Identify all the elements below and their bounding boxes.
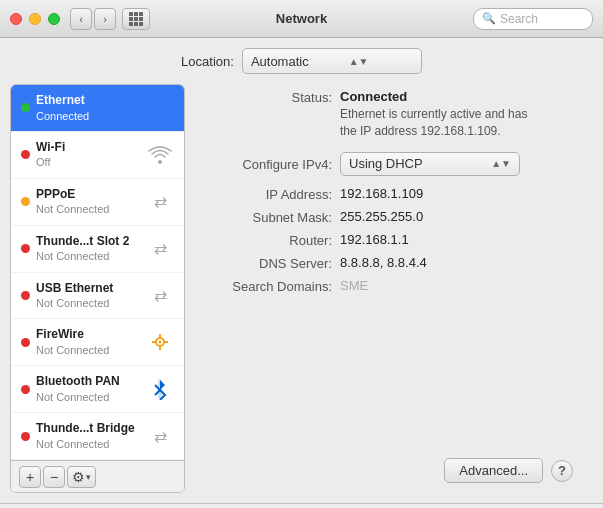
search-domains-row: Search Domains: SME xyxy=(210,278,573,294)
close-button[interactable] xyxy=(10,13,22,25)
status-dot-firewire xyxy=(21,338,30,347)
ip-address-value: 192.168.1.109 xyxy=(340,186,423,201)
location-value: Automatic xyxy=(251,54,309,69)
status-dot-thunderbolt-bridge xyxy=(21,432,30,441)
sidebar-item-thunderbolt2[interactable]: Thunde...t Slot 2 Not Connected ⇄ xyxy=(11,226,184,273)
status-value: Connected xyxy=(340,89,540,104)
configure-value: Using DHCP xyxy=(349,156,423,171)
location-label: Location: xyxy=(181,54,234,69)
net-name-bluetooth: Bluetooth PAN xyxy=(36,374,140,390)
net-text-thunderbolt2: Thunde...t Slot 2 Not Connected xyxy=(36,234,140,264)
nav-buttons: ‹ › xyxy=(70,8,116,30)
search-box[interactable]: 🔍 Search xyxy=(473,8,593,30)
dns-server-value: 8.8.8.8, 8.8.4.4 xyxy=(340,255,427,270)
status-dot-bluetooth xyxy=(21,385,30,394)
back-button[interactable]: ‹ xyxy=(70,8,92,30)
net-text-pppoe: PPPoE Not Connected xyxy=(36,187,140,217)
status-dot-pppoe xyxy=(21,197,30,206)
net-name-thunderbolt-bridge: Thunde...t Bridge xyxy=(36,421,140,437)
svg-point-0 xyxy=(158,160,162,164)
dns-server-row: DNS Server: 8.8.8.8, 8.8.4.4 xyxy=(210,255,573,271)
minimize-button[interactable] xyxy=(29,13,41,25)
arrows-icon-usb-ethernet: ⇄ xyxy=(146,282,174,310)
net-status-firewire: Not Connected xyxy=(36,343,140,357)
arrows-icon-thunderbolt2: ⇄ xyxy=(146,235,174,263)
net-name-ethernet: Ethernet xyxy=(36,93,140,109)
sidebar-item-firewire[interactable]: FireWire Not Connected xyxy=(11,319,184,366)
configure-select[interactable]: Using DHCP ▲▼ xyxy=(340,152,520,176)
maximize-button[interactable] xyxy=(48,13,60,25)
dns-server-label: DNS Server: xyxy=(210,255,340,271)
net-name-thunderbolt2: Thunde...t Slot 2 xyxy=(36,234,140,250)
arrows-icon-pppoe: ⇄ xyxy=(146,188,174,216)
status-description: Ethernet is currently active and has the… xyxy=(340,106,540,140)
status-value-block: Connected Ethernet is currently active a… xyxy=(340,89,540,140)
status-dot-wifi xyxy=(21,150,30,159)
add-network-button[interactable]: + xyxy=(19,466,41,488)
status-row: Status: Connected Ethernet is currently … xyxy=(210,84,573,140)
net-status-thunderbolt2: Not Connected xyxy=(36,249,140,263)
gear-menu-button[interactable]: ⚙ ▾ xyxy=(67,466,96,488)
net-name-pppoe: PPPoE xyxy=(36,187,140,203)
net-status-thunderbolt-bridge: Not Connected xyxy=(36,437,140,451)
subnet-mask-row: Subnet Mask: 255.255.255.0 xyxy=(210,209,573,225)
ip-address-row: IP Address: 192.168.1.109 xyxy=(210,186,573,202)
network-list: Ethernet Connected ⇄ Wi-Fi Off xyxy=(11,85,184,460)
sidebar-toolbar: + − ⚙ ▾ xyxy=(11,460,184,492)
net-text-ethernet: Ethernet Connected xyxy=(36,93,140,123)
subnet-mask-label: Subnet Mask: xyxy=(210,209,340,225)
bottom-bar: Assist me... Revert Apply xyxy=(0,503,603,508)
search-icon: 🔍 xyxy=(482,12,496,25)
net-status-ethernet: Connected xyxy=(36,109,140,123)
app-grid-button[interactable] xyxy=(122,8,150,30)
arrows-icon-ethernet: ⇄ xyxy=(146,94,174,122)
sidebar-item-ethernet[interactable]: Ethernet Connected ⇄ xyxy=(11,85,184,132)
net-status-pppoe: Not Connected xyxy=(36,202,140,216)
net-status-usb-ethernet: Not Connected xyxy=(36,296,140,310)
forward-button[interactable]: › xyxy=(94,8,116,30)
svg-point-2 xyxy=(159,341,162,344)
net-status-wifi: Off xyxy=(36,155,140,169)
advanced-button[interactable]: Advanced... xyxy=(444,458,543,483)
net-text-thunderbolt-bridge: Thunde...t Bridge Not Connected xyxy=(36,421,140,451)
detail-actions: Advanced... ? xyxy=(210,448,573,483)
sidebar-item-pppoe[interactable]: PPPoE Not Connected ⇄ xyxy=(11,179,184,226)
titlebar: ‹ › Network 🔍 Search xyxy=(0,0,603,38)
remove-network-button[interactable]: − xyxy=(43,466,65,488)
configure-select-arrow: ▲▼ xyxy=(491,158,511,169)
location-select-arrow: ▲▼ xyxy=(349,56,369,67)
arrows-icon-thunderbolt-bridge: ⇄ xyxy=(146,422,174,450)
net-name-firewire: FireWire xyxy=(36,327,140,343)
status-dot-ethernet xyxy=(21,103,30,112)
status-label: Status: xyxy=(210,89,340,105)
ip-address-label: IP Address: xyxy=(210,186,340,202)
location-select[interactable]: Automatic ▲▼ xyxy=(242,48,422,74)
sidebar-item-thunderbolt-bridge[interactable]: Thunde...t Bridge Not Connected ⇄ xyxy=(11,413,184,460)
main-content: Location: Automatic ▲▼ Ethernet Connecte… xyxy=(0,38,603,508)
sidebar-item-wifi[interactable]: Wi-Fi Off xyxy=(11,132,184,179)
net-text-bluetooth: Bluetooth PAN Not Connected xyxy=(36,374,140,404)
gear-chevron-icon: ▾ xyxy=(86,472,91,482)
location-bar: Location: Automatic ▲▼ xyxy=(0,38,603,84)
traffic-lights xyxy=(10,13,60,25)
status-dot-thunderbolt2 xyxy=(21,244,30,253)
network-sidebar: Ethernet Connected ⇄ Wi-Fi Off xyxy=(10,84,185,493)
configure-label: Configure IPv4: xyxy=(210,156,340,172)
grid-icon xyxy=(129,12,143,26)
gear-icon-firewire xyxy=(146,328,174,356)
net-text-wifi: Wi-Fi Off xyxy=(36,140,140,170)
net-text-usb-ethernet: USB Ethernet Not Connected xyxy=(36,281,140,311)
status-dot-usb-ethernet xyxy=(21,291,30,300)
subnet-mask-value: 255.255.255.0 xyxy=(340,209,423,224)
net-name-wifi: Wi-Fi xyxy=(36,140,140,156)
content-area: Ethernet Connected ⇄ Wi-Fi Off xyxy=(0,84,603,503)
detail-panel: Status: Connected Ethernet is currently … xyxy=(185,84,593,493)
sidebar-item-usb-ethernet[interactable]: USB Ethernet Not Connected ⇄ xyxy=(11,273,184,320)
router-value: 192.168.1.1 xyxy=(340,232,409,247)
sidebar-item-bluetooth-pan[interactable]: Bluetooth PAN Not Connected xyxy=(11,366,184,413)
net-text-firewire: FireWire Not Connected xyxy=(36,327,140,357)
search-domains-label: Search Domains: xyxy=(210,278,340,294)
gear-icon: ⚙ xyxy=(72,469,85,485)
help-button[interactable]: ? xyxy=(551,460,573,482)
search-placeholder: Search xyxy=(500,12,538,26)
